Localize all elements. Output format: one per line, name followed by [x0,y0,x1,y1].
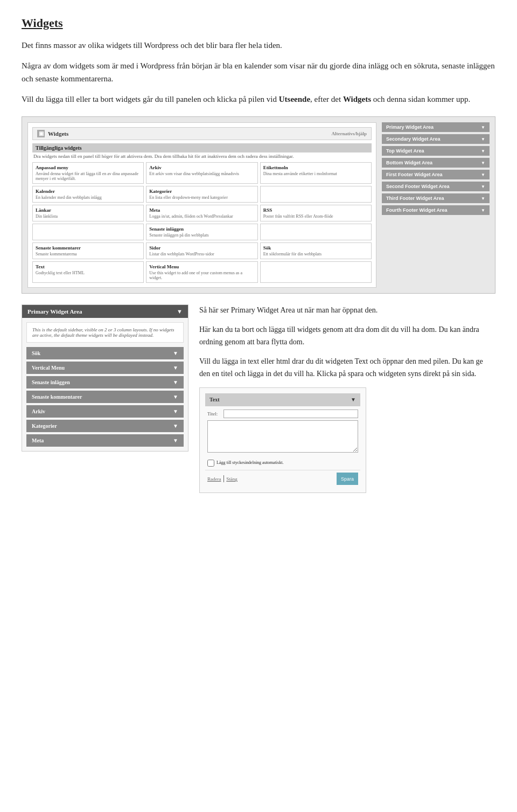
chevron-down-icon: ▼ [173,379,178,385]
chevron-down-icon: ▼ [173,438,178,443]
widget-sidor[interactable]: Sidor Listar din webbplats WordPress-sid… [146,242,257,259]
widgets-right-panel: Primary Widget Area ▼ Secondary Widget A… [382,122,490,288]
chevron-down-icon: ▼ [481,196,485,201]
intro-paragraph-2: Några av dom widgets som är med i Wordpr… [22,59,495,85]
fourth-footer-widget-area-btn[interactable]: Fourth Footer Widget Area ▼ [382,205,490,215]
widgets-full-screenshot: ▣ Widgets Alternativs/hjälp Tillgängliga… [22,116,495,294]
chevron-down-icon: ▼ [177,308,183,315]
titel-label: Titel: [207,410,223,418]
spara-button[interactable]: Spara [337,473,358,484]
first-footer-widget-area-btn[interactable]: First Footer Widget Area ▼ [382,170,490,179]
primary-text-2: Här kan du ta bort och lägga till widget… [199,324,495,348]
third-footer-widget-area-btn[interactable]: Third Footer Widget Area ▼ [382,193,490,203]
primary-widget-sok[interactable]: Sök ▼ [26,347,184,359]
widgets-icon: ▣ [37,130,45,137]
widget-meta[interactable]: Meta Logga in/ut, admin, flöden och Word… [146,205,257,221]
top-widget-area-btn[interactable]: Top Widget Area ▼ [382,146,490,156]
text-widget-links: Radera | Stäng [207,473,237,484]
primary-widget-arkiv[interactable]: Arkiv ▼ [26,405,184,418]
widget-empty2 [32,224,144,240]
auto-paragraph-checkbox[interactable] [207,460,214,467]
primary-widget-senaste-inlaggen[interactable]: Senaste inläggen ▼ [26,376,184,388]
chevron-down-icon: ▼ [481,161,485,165]
widget-vertical-menu[interactable]: Vertical Menu Use this widget to add one… [146,261,257,283]
widget-senaste-kommentarer[interactable]: Senaste kommentarer Senaste kommentarern… [32,242,144,259]
primary-widget-meta[interactable]: Meta ▼ [26,434,184,447]
chevron-down-icon: ▼ [481,208,485,213]
widget-text[interactable]: Text Godtycklig text eller HTML [32,261,144,283]
widgets-left-panel: ▣ Widgets Alternativs/hjälp Tillgängliga… [27,122,376,288]
widget-anpassad-meny[interactable]: Anpassad meny Använd denna widget för at… [32,162,144,184]
chevron-down-icon: ▼ [173,423,178,429]
chevron-down-icon: ▼ [173,408,178,414]
primary-widget-area-btn[interactable]: Primary Widget Area ▼ [382,122,490,132]
chevron-down-icon: ▼ [173,394,178,400]
text-widget-header: Text ▼ [205,393,360,406]
widget-lankar[interactable]: Länkar Din länklista [32,205,144,221]
widget-arkiv[interactable]: Arkiv Ett arkiv som visar dina webbplats… [146,162,257,184]
primary-desc: This is the default sidebar, visible on … [26,322,184,343]
page-title: Widgets [22,16,495,30]
chevron-down-icon: ▼ [351,395,356,404]
primary-widget-kategorier[interactable]: Kategorier ▼ [26,420,184,432]
text-widget-title-input[interactable] [223,410,358,418]
widget-etikettmoln[interactable]: Etikettmoln Dina mesta använde etiketter… [260,162,372,184]
widget-grid: Anpassad meny Använd denna widget för at… [32,162,372,283]
chevron-down-icon: ▼ [481,184,485,189]
bottom-widget-area-btn[interactable]: Bottom Widget Area ▼ [382,158,490,168]
chevron-down-icon: ▼ [481,125,485,130]
text-widget-content-input[interactable] [207,420,358,453]
primary-text-1: Så här ser Primary Widget Area ut när ma… [199,304,495,316]
text-widget-screenshot: Text ▼ Titel: Lägg till styckesindelning… [199,387,366,493]
available-widgets-desc: Dra widgets nedan till en panel till hög… [32,154,372,159]
widget-empty4 [260,261,372,283]
text-widget-checkbox-row: Lägg till styckesindelning automatiskt. [205,460,360,467]
chevron-down-icon: ▼ [173,350,178,356]
primary-widget-senaste-kommentarer[interactable]: Senaste kommentarer ▼ [26,391,184,403]
widgets-panel-title: Widgets [48,130,68,137]
primary-widget-panel: Primary Widget Area ▼ This is the defaul… [22,304,188,452]
topbar-right: Alternativs/hjälp [331,131,367,136]
text-widget-title-field: Titel: [205,410,360,418]
widget-kalender[interactable]: Kalender En kalender med din webbplats i… [32,186,144,203]
primary-right-text: Så här ser Primary Widget Area ut när ma… [199,304,495,493]
primary-widget-vertical-menu[interactable]: Vertical Menu ▼ [26,362,184,374]
primary-header-label: Primary Widget Area [27,308,82,315]
available-widgets-title: Tillgängliga widgets [32,143,372,152]
primary-widget-screenshot: Primary Widget Area ▼ This is the defaul… [22,304,495,493]
text-widget-title-label: Text [209,395,220,404]
widget-empty1 [260,186,372,203]
chevron-down-icon: ▼ [173,365,178,371]
secondary-widget-area-btn[interactable]: Secondary Widget Area ▼ [382,134,490,144]
radera-link[interactable]: Radera [207,476,221,482]
second-footer-widget-area-btn[interactable]: Second Footer Widget Area ▼ [382,182,490,191]
chevron-down-icon: ▼ [481,172,485,177]
primary-widget-header[interactable]: Primary Widget Area ▼ [22,305,188,318]
intro-paragraph-1: Det finns massor av olika widgets till W… [22,39,495,52]
primary-text-3: Vill du lägga in text eller html drar du… [199,356,495,380]
widget-empty3 [260,224,372,240]
chevron-down-icon: ▼ [481,137,485,142]
text-widget-actions: Radera | Stäng Spara [205,470,360,487]
widgets-titlebar: ▣ Widgets Alternativs/hjälp [32,127,372,140]
widget-rss[interactable]: RSS Poster från valfritt RSS eller Atom-… [260,205,372,221]
widget-senaste-inlaggen[interactable]: Senaste inläggen Senaste inläggen på din… [146,224,257,240]
widget-kategorier[interactable]: Kategorier En lista eller dropdown-meny … [146,186,257,203]
checkbox-label: Lägg till styckesindelning automatiskt. [216,460,283,467]
widget-sok[interactable]: Sök Ett sökformulär för din webbplats [260,242,372,259]
intro-paragraph-3: Vill du lägga till eller ta bort widgets… [22,93,495,106]
stang-link[interactable]: Stäng [226,476,237,482]
chevron-down-icon: ▼ [481,149,485,154]
